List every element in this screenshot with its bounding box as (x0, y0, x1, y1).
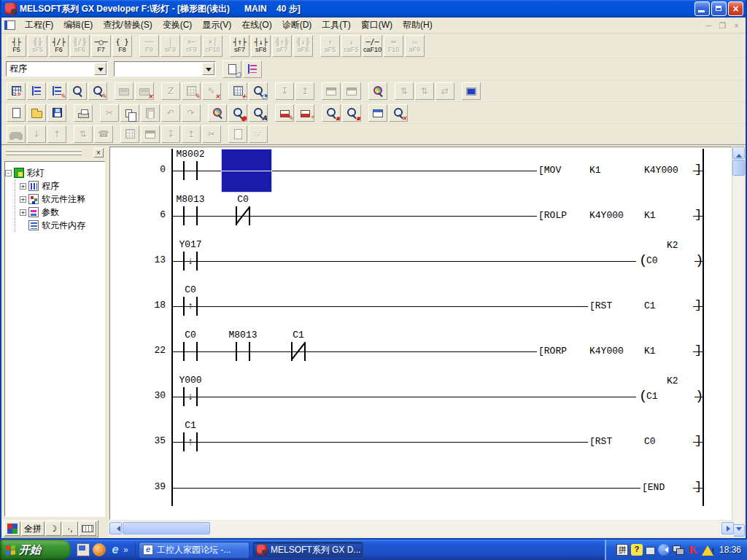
grip-handle[interactable] (6, 149, 82, 152)
collapse-icon[interactable]: - (5, 170, 12, 176)
operand[interactable]: K4Y000 (589, 345, 624, 358)
print-button[interactable] (74, 104, 93, 122)
ime-softkeyboard-button[interactable] (79, 521, 96, 536)
operand[interactable]: K1 (589, 164, 601, 177)
kaspersky-icon[interactable]: K (687, 544, 699, 556)
quick-launch-more-chevron[interactable]: » (123, 543, 131, 556)
operand[interactable]: K4Y000 (589, 209, 624, 222)
instruction-end[interactable]: [END (642, 481, 665, 494)
tree-item-prog[interactable]: +程序 (15, 179, 104, 192)
task-melsoft[interactable]: MELSOFT系列 GX D... (252, 542, 363, 559)
operand[interactable]: K1 (644, 345, 656, 358)
chevron-down-icon[interactable] (94, 63, 107, 75)
menu-窗口W[interactable]: 窗口(W) (356, 18, 398, 33)
instruction-rolp[interactable]: [ROLP (538, 209, 567, 222)
menu-编辑E[interactable]: 编辑(E) (58, 18, 98, 33)
ime-punctuation-button[interactable]: ·, (62, 521, 78, 536)
device-batch-button[interactable]: + (228, 82, 247, 100)
rising-pulse-contact[interactable]: ↑ (183, 297, 198, 316)
program-combo[interactable]: 程序 (6, 61, 108, 77)
project-data-list-button[interactable] (243, 61, 262, 78)
instruction-rst[interactable]: [RST (589, 300, 612, 313)
application-instruction-button[interactable]: { }F8 (112, 35, 132, 57)
tree-item-mem[interactable]: 软元件内存 (15, 219, 104, 232)
rising-pulse-contact[interactable]: ↑ (183, 432, 198, 451)
instruction-rorp[interactable]: [RORP (538, 345, 567, 358)
operand[interactable]: C1 (644, 300, 656, 313)
mdi-close-button[interactable]: × (730, 20, 743, 31)
rising-pulse-button[interactable]: ┤↑├sF7 (230, 35, 249, 57)
entry-data-monitor-button[interactable]: ◔ (249, 82, 268, 100)
menu-显示V[interactable]: 显示(V) (197, 18, 236, 33)
mdi-minimize-button[interactable]: ─ (703, 20, 715, 31)
show-desktop-icon[interactable] (77, 543, 90, 556)
write-mode-button[interactable]: ✎ (47, 82, 66, 100)
hide-icons-chevron[interactable] (658, 544, 670, 556)
ladder-monitor-button[interactable] (462, 82, 481, 100)
tree-item-param[interactable]: +参数 (15, 206, 104, 219)
vertical-scroll-thumb[interactable] (732, 160, 745, 176)
expand-icon[interactable]: + (20, 196, 26, 203)
ladder-editor[interactable]: 0M8002[MOVK1K4Y000]6M8013C0[ROLPK4Y000K1… (109, 147, 735, 520)
ladder-symbol-view-button[interactable] (7, 82, 26, 100)
monitor-mode-button[interactable] (68, 82, 87, 100)
tree-item-comment[interactable]: +软元件注释 (15, 192, 104, 206)
menu-诊断D[interactable]: 诊断(D) (277, 18, 317, 33)
open-contact[interactable] (183, 161, 198, 180)
closed-contact[interactable] (236, 206, 250, 225)
vertical-scrollbar[interactable] (732, 147, 744, 537)
monitor-write-mode-button[interactable]: ✎ (88, 82, 107, 100)
closed-contact[interactable] (291, 342, 306, 361)
scroll-left-button[interactable] (109, 522, 122, 534)
scroll-up-button[interactable] (732, 147, 745, 159)
invert-operation-result-button[interactable]: ─/─caF10 (363, 35, 382, 57)
edit-cursor[interactable] (221, 149, 272, 192)
menu-查找/替换S[interactable]: 查找/替换(S) (98, 18, 157, 33)
find-button[interactable] (208, 104, 227, 122)
ime-mode-button[interactable]: 全拼 (21, 521, 44, 536)
open-button[interactable] (27, 104, 46, 122)
expand-icon[interactable]: + (20, 183, 26, 190)
mdi-restore-button[interactable]: ❐ (716, 20, 729, 31)
new-button[interactable] (7, 104, 26, 122)
close-button[interactable]: × (728, 1, 743, 16)
device-test-button[interactable]: ✎ (275, 104, 294, 122)
coil-device[interactable]: C1 (646, 390, 658, 403)
copy-button[interactable] (120, 104, 139, 122)
ime-fullhalf-button[interactable]: ☽ (45, 521, 61, 536)
open-contact[interactable] (236, 342, 250, 361)
operand[interactable]: K4Y000 (644, 164, 678, 177)
ime-indicator-icon[interactable]: 拼 (616, 544, 628, 556)
help-notify-icon[interactable]: ? (631, 544, 643, 556)
alert-icon[interactable] (702, 545, 713, 556)
open-contact[interactable] (183, 342, 198, 361)
menu-工具T[interactable]: 工具(T) (317, 18, 355, 33)
read-mode-button[interactable] (27, 82, 46, 100)
screen-switch-button[interactable] (368, 104, 387, 122)
task-ie-page[interactable]: 工控人家园论坛 -... (139, 542, 249, 559)
media-player-icon[interactable] (93, 543, 106, 556)
language-window-icon[interactable] (646, 547, 655, 555)
instruction-rst[interactable]: [RST (589, 435, 612, 448)
scroll-right-button[interactable] (721, 522, 734, 534)
comment-display-button[interactable]: ○ (222, 61, 241, 78)
horizontal-scrollbar[interactable] (109, 521, 734, 537)
falling-pulse-contact[interactable]: ↓ (183, 252, 198, 271)
network-status-icon[interactable] (673, 544, 684, 556)
zoom-out-button[interactable]: ▪ (322, 104, 341, 122)
horizontal-scroll-thumb[interactable] (123, 522, 210, 534)
menu-帮助H[interactable]: 帮助(H) (398, 18, 438, 33)
find-device-button[interactable]: ● (228, 104, 247, 122)
tree-item-project-root[interactable]: - 彩灯 (5, 166, 104, 179)
operand[interactable]: K1 (644, 209, 656, 222)
start-button[interactable]: 开始 (0, 540, 71, 560)
closed-contact-button[interactable]: ┤/├F6 (49, 35, 69, 57)
menu-在线O[interactable]: 在线(O) (236, 18, 276, 33)
falling-pulse-contact[interactable]: ↓ (183, 387, 198, 406)
ladder-window-icon[interactable] (4, 20, 15, 30)
tree-close-button[interactable]: × (93, 148, 104, 158)
expand-icon[interactable]: + (20, 209, 26, 216)
restore-button[interactable] (711, 1, 727, 16)
open-contact[interactable] (183, 206, 198, 225)
zoom-in-button[interactable]: ▪ (342, 104, 361, 122)
